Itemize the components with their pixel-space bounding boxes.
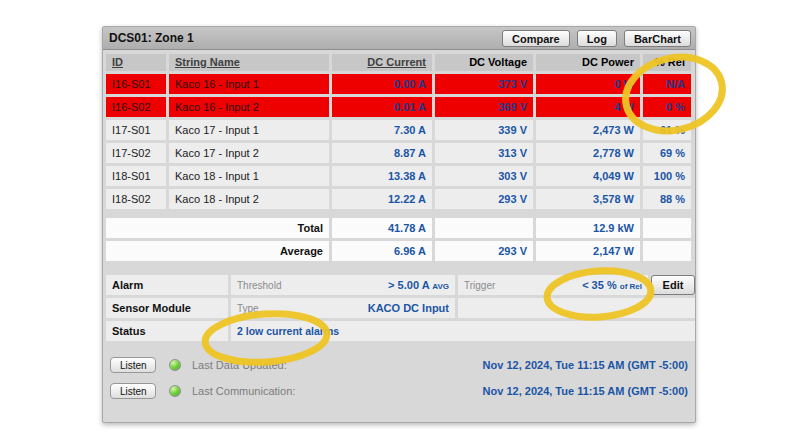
table-row-cell-current: 8.87 A — [332, 143, 432, 163]
table-row-cell-name: Kaco 17 - Input 1 — [169, 120, 329, 140]
table-row-cell-voltage: 369 V — [435, 97, 533, 117]
trigger-value: < 35 % of Rel — [582, 275, 642, 295]
table-row-cell-current: 13.38 A — [332, 166, 432, 186]
table-row-cell-name: Kaco 17 - Input 2 — [169, 143, 329, 163]
column-header-dc-current[interactable]: DC Current — [332, 54, 432, 71]
table-row-cell-name: Kaco 18 - Input 2 — [169, 189, 329, 209]
sensor-type-label: Type — [237, 299, 259, 318]
last-data-updated-row: Listen Last Data Updated: Nov 12, 2024, … — [110, 354, 688, 376]
summary-total-label: Total — [106, 218, 329, 238]
alarm-row-label: Alarm — [106, 275, 228, 295]
status-led-icon — [169, 385, 181, 397]
last-communication-row: Listen Last Communication: Nov 12, 2024,… — [110, 380, 688, 402]
summary-total-voltage — [435, 218, 533, 238]
alarm-trigger-cell: Trigger < 35 % of Rel — [458, 275, 648, 295]
table-row-cell-power: 2,473 W — [536, 120, 640, 140]
table-row-cell-voltage: 293 V — [435, 189, 533, 209]
table-row-cell-current: 12.22 A — [332, 189, 432, 209]
table-row-cell-rel: 69 % — [643, 143, 691, 163]
panel-title: DCS01: Zone 1 — [109, 31, 194, 45]
status-label: Status — [106, 321, 228, 341]
settings-table: Alarm Threshold > 5.00 A AVG Trigger < 3… — [106, 275, 692, 341]
panel-footer: Listen Last Data Updated: Nov 12, 2024, … — [106, 354, 692, 402]
log-button[interactable]: Log — [577, 30, 617, 47]
status-cell: 2 low current alarms — [231, 321, 695, 341]
status-led-icon — [169, 359, 181, 371]
summary-average-voltage: 293 V — [435, 241, 533, 261]
table-row-cell-power: 0 W — [536, 74, 640, 94]
listen-button[interactable]: Listen — [110, 383, 156, 399]
barchart-button[interactable]: BarChart — [624, 30, 691, 47]
table-row-cell-id: I16-S01 — [106, 74, 166, 94]
table-row-cell-id: I16-S02 — [106, 97, 166, 117]
summary-average-power: 2,147 W — [536, 241, 640, 261]
trigger-label: Trigger — [464, 276, 495, 295]
column-header-rel: % Rel — [643, 54, 691, 71]
table-row-cell-voltage: 373 V — [435, 74, 533, 94]
sensor-type-value: KACO DC Input — [368, 298, 449, 318]
table-row-cell-rel: N/A — [643, 74, 691, 94]
last-communication-value: Nov 12, 2024, Tue 11:15 AM (GMT -5:00) — [483, 385, 688, 397]
table-row-cell-name: Kaco 16 - Input 2 — [169, 97, 329, 117]
table-row-cell-rel: 0 % — [643, 97, 691, 117]
table-row-cell-name: Kaco 16 - Input 1 — [169, 74, 329, 94]
screen: DCS01: Zone 1 Compare Log BarChart ID St… — [0, 0, 800, 440]
listen-button[interactable]: Listen — [110, 357, 156, 373]
last-data-updated-label: Last Data Updated: — [192, 359, 287, 371]
summary-total-current: 41.78 A — [332, 218, 432, 238]
column-header-string-name[interactable]: String Name — [169, 54, 329, 71]
column-header-dc-power: DC Power — [536, 54, 640, 71]
string-table: ID String Name DC Current DC Voltage DC … — [106, 54, 692, 209]
panel-titlebar: DCS01: Zone 1 Compare Log BarChart — [103, 27, 695, 50]
threshold-label: Threshold — [237, 276, 281, 295]
table-row-cell-current: 7.30 A — [332, 120, 432, 140]
table-row-cell-name: Kaco 18 - Input 1 — [169, 166, 329, 186]
table-row-cell-current: 0.01 A — [332, 97, 432, 117]
table-row-cell-id: I18-S02 — [106, 189, 166, 209]
summary-total-power: 12.9 kW — [536, 218, 640, 238]
table-row-cell-rel: 100 % — [643, 166, 691, 186]
summary-table: Total 41.78 A 12.9 kW Average 6.96 A 293… — [106, 218, 692, 261]
sensor-type-cell: Type KACO DC Input — [231, 298, 455, 318]
column-header-id[interactable]: ID — [106, 54, 166, 71]
threshold-value: > 5.00 A AVG — [388, 275, 449, 295]
table-row-cell-voltage: 339 V — [435, 120, 533, 140]
low-current-alarms-link[interactable]: 2 low current alarms — [237, 325, 339, 337]
table-row-cell-current: 0.00 A — [332, 74, 432, 94]
table-row-cell-rel: 61 % — [643, 120, 691, 140]
sensor-empty-cell — [458, 298, 695, 318]
table-row-cell-power: 4 W — [536, 97, 640, 117]
last-data-updated-value: Nov 12, 2024, Tue 11:15 AM (GMT -5:00) — [483, 359, 688, 371]
summary-total-rel — [643, 218, 691, 238]
table-row-cell-power: 4,049 W — [536, 166, 640, 186]
table-row-cell-power: 3,578 W — [536, 189, 640, 209]
summary-average-label: Average — [106, 241, 329, 261]
table-row-cell-power: 2,778 W — [536, 143, 640, 163]
table-row-cell-voltage: 303 V — [435, 166, 533, 186]
table-row-cell-id: I17-S01 — [106, 120, 166, 140]
summary-average-rel — [643, 241, 691, 261]
alarm-threshold-cell: Threshold > 5.00 A AVG — [231, 275, 455, 295]
edit-button[interactable]: Edit — [651, 275, 695, 295]
compare-button[interactable]: Compare — [502, 30, 570, 47]
column-header-dc-voltage: DC Voltage — [435, 54, 533, 71]
sensor-module-label: Sensor Module — [106, 298, 228, 318]
last-communication-label: Last Communication: — [192, 385, 295, 397]
table-row-cell-id: I17-S02 — [106, 143, 166, 163]
table-row-cell-voltage: 313 V — [435, 143, 533, 163]
table-row-cell-rel: 88 % — [643, 189, 691, 209]
device-panel: DCS01: Zone 1 Compare Log BarChart ID St… — [102, 26, 696, 423]
table-row-cell-id: I18-S01 — [106, 166, 166, 186]
summary-average-current: 6.96 A — [332, 241, 432, 261]
